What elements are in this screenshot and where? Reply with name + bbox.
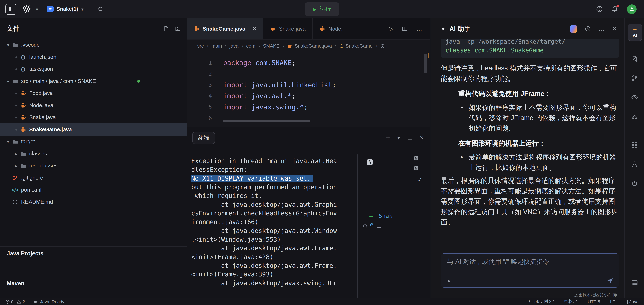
debug-button[interactable] [631,113,638,120]
terminal-scrollbar[interactable] [356,154,358,300]
terminal-line: dlessException: [191,166,359,174]
tree-item[interactable]: ▾.vscode [0,39,187,51]
terminal-line: <init>(Frame.java:393) [191,270,359,279]
new-folder-button[interactable] [175,26,181,31]
notifications-button[interactable] [612,6,618,12]
window-logo-icon[interactable] [5,4,16,14]
ai-code-block: java -cp /workspace/Snake/target/classes… [441,39,619,58]
breadcrumb-label: SNAKE [263,43,280,49]
section-java-projects[interactable]: Java Projects [0,246,187,257]
line-number: 4 [187,90,212,102]
ai-assistant-button[interactable]: AI [628,24,642,41]
line-number: 2 [187,68,212,80]
open-terminal-editor-button[interactable] [412,155,418,161]
close-panel-icon[interactable]: × [613,25,616,32]
breadcrumb-separator: › [376,43,377,49]
help-button[interactable] [596,6,603,12]
breadcrumb-item[interactable]: SNAKE [263,43,280,49]
tab-node-java[interactable]: Node. [312,18,350,39]
test-button[interactable] [631,161,638,168]
open-in-editor-icon [412,155,418,161]
tree-item[interactable]: README.md [0,196,187,208]
power-button[interactable] [631,180,638,187]
java-file-icon [194,26,199,32]
new-file-button[interactable] [163,26,169,31]
new-terminal-button[interactable]: + [386,134,390,142]
split-editor-button[interactable] [402,26,408,32]
tree-item[interactable]: ▸classes [0,148,187,160]
tree-item[interactable]: SnakeGame.java [0,124,187,136]
tree-item[interactable]: Food.java [0,87,187,99]
source-control-button[interactable] [631,75,638,82]
breadcrumb-item[interactable]: SnakeGame [340,43,373,49]
extensions-button[interactable] [631,142,638,148]
close-icon[interactable]: × [252,25,256,32]
terminal-output[interactable]: Exception in thread "main" java.awt.Head… [191,157,359,288]
breadcrumb-item[interactable]: src [197,43,204,49]
ai-input-box[interactable] [441,253,619,288]
chevron-down-icon[interactable]: ▾ [5,42,12,48]
horizontal-scrollbar[interactable] [223,120,310,122]
tree-item[interactable]: Node.java [0,99,187,112]
send-button[interactable] [606,277,614,284]
language-mode[interactable]: {} Java [625,299,639,304]
app-logo-icon[interactable] [21,4,31,14]
model-picker-icon[interactable] [570,25,578,32]
indentation[interactable]: 空格: 4 [564,298,578,305]
run-button[interactable]: ▶ 运行 [305,2,339,16]
preview-button[interactable] [631,94,638,101]
history-button[interactable] [585,26,591,32]
chevron-down-icon[interactable]: ▾ [5,139,12,144]
chevron-down-icon[interactable]: ▾ [36,6,38,12]
java-file-icon [20,114,26,120]
chevron-right-icon[interactable]: ▸ [13,151,20,156]
tree-item[interactable]: ▾src / main / java / com / SNAKE [0,75,187,87]
tree-item[interactable]: {}launch.json [0,51,187,63]
watermark: 掘金技术社区@小白喵u [574,292,618,298]
shell-arrow-icon: → [369,212,373,220]
tree-item[interactable]: {}tasks.json [0,63,187,75]
java-status-icon [34,300,38,304]
tree-item[interactable]: ▸test-classes [0,160,187,172]
ai-chat-input[interactable] [446,258,614,266]
chevron-down-icon[interactable]: ▾ [5,79,12,84]
split-terminal-pane-button[interactable] [412,165,418,171]
breadcrumb-item[interactable]: r [380,43,388,49]
project-switcher[interactable]: Snake(1) ▾ [47,6,83,12]
breadcrumb-item[interactable]: main [211,43,222,49]
java-status[interactable]: Java: Ready [34,299,64,304]
tree-item-label: Food.java [29,90,53,96]
problems-button[interactable]: 0 2 [5,299,25,304]
file-search-button[interactable] [631,56,638,62]
terminal-tab[interactable]: 终端 [192,132,215,144]
tree-item[interactable]: .gitignore [0,172,187,184]
panel-layout-button[interactable] [631,279,638,286]
tab-snakegame-java[interactable]: SnakeGame.java × [187,18,263,39]
more-options-icon[interactable]: … [598,25,605,32]
tree-item[interactable]: </>pom.xml [0,184,187,196]
quick-command-button[interactable] [446,278,452,284]
avatar[interactable] [627,4,636,14]
more-actions-icon[interactable]: … [416,25,423,32]
vertical-scrollbar[interactable] [424,54,427,73]
tree-item[interactable]: ▾target [0,136,187,148]
close-terminal-icon[interactable]: × [420,134,424,142]
run-file-button[interactable]: ▷ [389,26,393,32]
chevron-right-icon[interactable]: ▸ [13,163,20,168]
power-icon [631,180,638,187]
eol-sequence[interactable]: LF [610,299,615,304]
cursor-position[interactable]: 行 56，列 22 [529,298,554,305]
terminal-list-entry[interactable]: → Snak e [361,212,412,232]
section-maven[interactable]: Maven [0,276,187,287]
tree-item[interactable]: Snake.java [0,112,187,124]
search-button[interactable] [98,6,104,12]
breadcrumb-item[interactable]: java [230,43,238,49]
split-terminal-button[interactable] [407,135,412,140]
tab-snake-java[interactable]: Snake.java [263,18,312,39]
encoding[interactable]: UTF-8 [588,299,600,304]
breadcrumb-item[interactable]: com [246,43,256,49]
chevron-down-icon[interactable]: ▾ [398,136,400,140]
breadcrumb-item[interactable]: SnakeGame.java [287,43,332,49]
status-bar: 0 2 Java: Ready 行 56，列 22 空格: 4 UTF-8 LF… [0,298,644,305]
eye-icon [631,94,638,101]
